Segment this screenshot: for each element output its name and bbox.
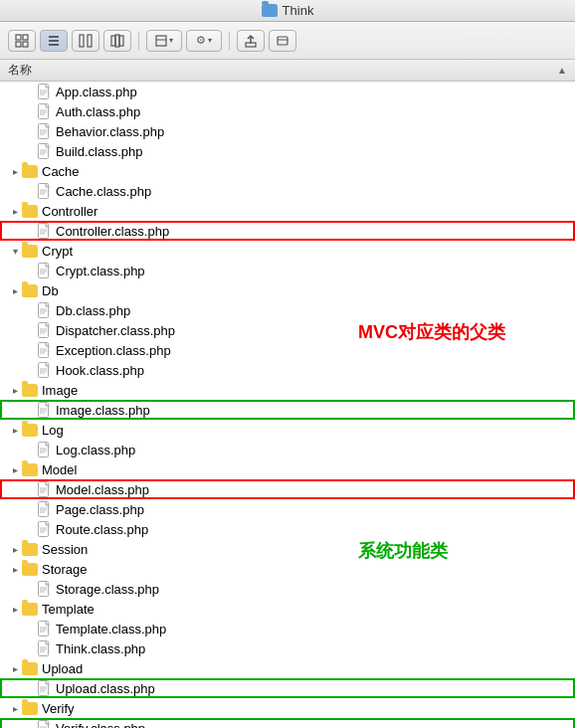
expand-arrow: [8, 718, 22, 728]
file-name: Verify.class.php: [56, 721, 145, 729]
list-item[interactable]: ▸Controller: [0, 201, 575, 221]
list-view-btn[interactable]: [40, 30, 68, 52]
expand-arrow[interactable]: ▾: [8, 241, 22, 261]
list-item[interactable]: Hook.class.php: [0, 360, 575, 380]
coverflow-view-btn[interactable]: [103, 30, 131, 52]
column-header[interactable]: 名称 ▲: [0, 60, 575, 82]
file-icon: [38, 342, 51, 358]
list-item[interactable]: Crypt.class.php: [0, 261, 575, 280]
list-item[interactable]: Db.class.php: [0, 300, 575, 320]
column-header-label: 名称: [8, 62, 32, 79]
list-item[interactable]: Controller.class.php: [0, 221, 575, 241]
file-name: Think.class.php: [56, 641, 145, 656]
list-item[interactable]: Cache.class.php: [0, 181, 575, 201]
file-name: Controller.class.php: [56, 224, 169, 239]
expand-arrow: [8, 101, 22, 121]
expand-arrow[interactable]: ▸: [8, 539, 22, 559]
expand-arrow[interactable]: ▸: [8, 420, 22, 440]
expand-arrow[interactable]: ▸: [8, 161, 22, 181]
share-btn[interactable]: [237, 30, 265, 52]
list-item[interactable]: Build.class.php: [0, 141, 575, 161]
list-item[interactable]: ▸Cache: [0, 161, 575, 181]
folder-icon: [22, 563, 38, 576]
file-icon: [38, 302, 51, 318]
file-name: Image.class.php: [56, 403, 150, 418]
list-item[interactable]: Verify.class.php: [0, 718, 575, 728]
list-item[interactable]: Template.class.php: [0, 619, 575, 638]
list-item[interactable]: ▸Storage: [0, 559, 575, 579]
expand-arrow[interactable]: ▸: [8, 280, 22, 300]
list-item[interactable]: Exception.class.php: [0, 340, 575, 360]
file-icon: [38, 442, 51, 457]
file-name: Log: [42, 423, 64, 438]
folder-icon: [22, 284, 38, 297]
file-icon: [38, 362, 51, 378]
file-icon: [38, 263, 51, 278]
expand-arrow[interactable]: ▸: [8, 459, 22, 479]
expand-arrow: [8, 678, 22, 698]
expand-arrow: [8, 141, 22, 161]
expand-arrow[interactable]: ▸: [8, 380, 22, 400]
expand-arrow: [8, 360, 22, 380]
list-item[interactable]: Storage.class.php: [0, 579, 575, 599]
file-icon: [38, 720, 51, 728]
list-item[interactable]: ▸Session: [0, 539, 575, 559]
file-name: Dispatcher.class.php: [56, 323, 175, 338]
path-btn[interactable]: [269, 30, 296, 52]
list-item[interactable]: Model.class.php: [0, 479, 575, 499]
file-name: Hook.class.php: [56, 363, 144, 378]
folder-icon: [22, 245, 38, 258]
list-item[interactable]: Behavior.class.php: [0, 121, 575, 141]
folder-icon: [22, 702, 38, 715]
list-item[interactable]: Route.class.php: [0, 519, 575, 539]
file-name: Cache.class.php: [56, 184, 151, 199]
file-name: Cache: [42, 164, 80, 179]
list-item[interactable]: Upload.class.php: [0, 678, 575, 698]
expand-arrow[interactable]: ▸: [8, 658, 22, 678]
titlebar-title: Think: [262, 3, 314, 18]
action-btn[interactable]: ⚙ ▾: [186, 30, 222, 52]
file-icon: [38, 481, 51, 497]
list-item[interactable]: Log.class.php: [0, 440, 575, 459]
file-name: Auth.class.php: [56, 104, 140, 119]
file-icon: [38, 621, 51, 637]
list-item[interactable]: ▾Crypt: [0, 241, 575, 261]
svg-rect-1: [23, 35, 28, 40]
arrange-btn[interactable]: ▾: [146, 30, 182, 52]
list-item[interactable]: Auth.class.php: [0, 101, 575, 121]
expand-arrow[interactable]: ▸: [8, 201, 22, 221]
svg-rect-3: [23, 42, 28, 47]
expand-arrow: [8, 300, 22, 320]
file-name: Db.class.php: [56, 303, 130, 318]
file-icon: [38, 183, 51, 199]
expand-arrow[interactable]: ▸: [8, 599, 22, 619]
expand-arrow[interactable]: ▸: [8, 698, 22, 718]
columns-view-btn[interactable]: [72, 30, 99, 52]
list-item[interactable]: ▸Db: [0, 280, 575, 300]
list-item[interactable]: App.class.php: [0, 82, 575, 101]
expand-arrow: [8, 499, 22, 519]
file-name: Route.class.php: [56, 522, 148, 537]
list-item[interactable]: ▸Template: [0, 599, 575, 619]
expand-arrow[interactable]: ▸: [8, 559, 22, 579]
expand-arrow: [8, 519, 22, 539]
list-item[interactable]: ▸Image: [0, 380, 575, 400]
list-item[interactable]: Page.class.php: [0, 499, 575, 519]
list-item[interactable]: Dispatcher.class.php: [0, 320, 575, 340]
toolbar-sep-1: [138, 32, 139, 50]
list-item[interactable]: ▸Log: [0, 420, 575, 440]
file-name: Crypt: [42, 244, 73, 259]
file-name: Storage.class.php: [56, 582, 159, 597]
file-icon: [38, 84, 51, 99]
list-item[interactable]: ▸Upload: [0, 658, 575, 678]
file-icon: [38, 640, 51, 656]
file-name: Db: [42, 283, 59, 298]
file-icon: [38, 680, 51, 696]
file-icon: [38, 402, 51, 418]
list-item[interactable]: Image.class.php: [0, 400, 575, 420]
list-item[interactable]: ▸Verify: [0, 698, 575, 718]
grid-view-btn[interactable]: [8, 30, 36, 52]
list-item[interactable]: ▸Model: [0, 459, 575, 479]
svg-rect-8: [88, 35, 92, 47]
list-item[interactable]: Think.class.php: [0, 638, 575, 658]
